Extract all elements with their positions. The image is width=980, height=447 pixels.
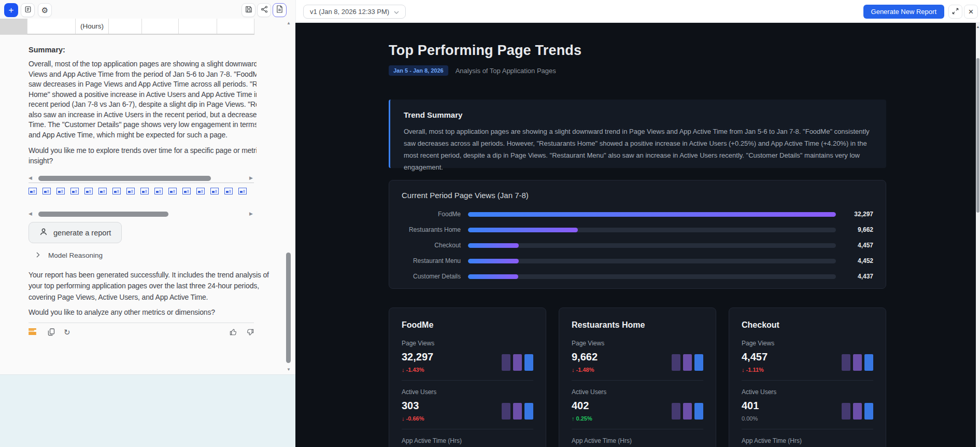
chart-thumbnail-icon[interactable] <box>154 188 163 194</box>
expand-button[interactable] <box>948 5 962 19</box>
chart-thumbnail-icon[interactable] <box>42 188 51 194</box>
summary-line: saw decreases in Page Views and App Acti… <box>29 79 257 90</box>
bar-category-label: Checkout <box>402 242 468 249</box>
thumbs-down-button[interactable] <box>246 328 254 338</box>
metric-value: 32,297 <box>402 351 433 363</box>
chart-thumbnail-icon[interactable] <box>98 188 107 194</box>
date-range-badge: Jan 5 - Jan 8, 2026 <box>389 65 448 76</box>
save-button[interactable] <box>242 3 255 17</box>
expand-icon <box>952 7 959 17</box>
scrollbar-thumb[interactable] <box>38 176 211 181</box>
metric-active-users: Active Users 303 ↓ -0.66% <box>402 380 533 429</box>
page-cards-row: FoodMe Page Views 32,297 ↓ -1.43% Active… <box>389 308 886 447</box>
settings-button[interactable]: ⚙ <box>38 3 52 17</box>
scrollbar-track[interactable] <box>34 176 247 181</box>
report-topbar: v1 (Jan 8, 2026 12:33 PM) Generate New R… <box>295 0 980 23</box>
scrollbar-thumb[interactable] <box>976 58 979 213</box>
scroll-up-icon[interactable]: ▲ <box>976 25 980 29</box>
scrollbar-thumb[interactable] <box>286 253 291 363</box>
chat-vertical-scrollbar[interactable]: ▲ ▼ <box>286 19 292 374</box>
close-report-button[interactable]: × <box>964 5 978 19</box>
chart-thumbnail-icon[interactable] <box>29 188 37 194</box>
show-table-button[interactable] <box>29 328 36 335</box>
table-icon <box>29 328 36 335</box>
metric-app-active-time: App Active Time (Hrs) 43.70 <box>742 429 873 447</box>
chart-thumbnail-icon[interactable] <box>70 188 79 194</box>
document-icon <box>276 5 283 15</box>
notes-button[interactable] <box>21 3 35 17</box>
chart-thumbnail-icon[interactable] <box>238 188 247 194</box>
copy-button[interactable] <box>48 328 55 338</box>
chart-thumbnail-icon[interactable] <box>224 188 233 194</box>
bar-track <box>468 228 836 232</box>
report-subtitle: Analysis of Top Application Pages <box>456 67 556 75</box>
scroll-down-icon[interactable]: ▼ <box>286 367 291 372</box>
user-message-generate-report[interactable]: generate a report <box>29 222 122 243</box>
chart-thumbnail-icon[interactable] <box>196 188 205 194</box>
bar-track <box>468 243 836 248</box>
metric-delta: 0.00% <box>742 415 759 422</box>
bar-chart: FoodMe 32,297 Restuarants Home 9,662 Che… <box>402 206 873 284</box>
chevron-down-icon <box>394 8 399 16</box>
scrollbar-thumb[interactable] <box>38 212 168 217</box>
scroll-left-icon[interactable]: ◀ <box>29 211 32 217</box>
gear-icon: ⚙ <box>41 6 48 15</box>
generate-new-report-button[interactable]: Generate New Report <box>863 5 944 19</box>
page-card-checkout: Checkout Page Views 4,457 ↓ -1.11% Activ… <box>729 308 886 447</box>
report-view-button[interactable] <box>273 3 287 17</box>
mini-bar-chart <box>672 353 703 371</box>
metric-delta: ↑ 0.25% <box>572 415 592 422</box>
page-card-title: Restuarants Home <box>572 320 703 330</box>
question-line: insight? <box>29 156 257 166</box>
table-cell <box>141 19 178 34</box>
metric-label: Active Users <box>572 388 703 396</box>
model-reasoning-toggle[interactable]: Model Reasoning <box>36 252 103 259</box>
bar-fill <box>468 228 578 232</box>
regenerate-button[interactable]: ↻ <box>64 328 70 336</box>
page-card-title: Checkout <box>742 320 873 330</box>
table-cell <box>178 19 217 34</box>
chart-thumbnail-icon[interactable] <box>126 188 135 194</box>
bar-category-label: Restuarants Home <box>402 226 468 233</box>
report-vertical-scrollbar[interactable]: ▲ <box>976 23 980 447</box>
metric-page-views: Page Views 9,662 ↓ -1.48% <box>572 340 703 380</box>
trend-summary-title: Trend Summary <box>404 110 873 119</box>
summary-paragraph: Overall, most of the top application pag… <box>29 59 257 140</box>
chart-thumbnail-icon[interactable] <box>140 188 149 194</box>
summary-line: Overall, most of the top application pag… <box>29 59 257 69</box>
bar-row: Restaurant Menu 4,452 <box>402 253 873 269</box>
refresh-icon: ↻ <box>64 328 70 336</box>
chart-thumbnail-icon[interactable] <box>56 188 65 194</box>
page-card-title: FoodMe <box>402 320 533 330</box>
scroll-left-icon[interactable]: ◀ <box>29 175 32 181</box>
chart-thumbnail-icon[interactable] <box>168 188 177 194</box>
chat-panel: + ⚙ (Hours) Summary: Overall, most of th… <box>0 0 295 447</box>
page-card-restuarants-home: Restuarants Home Page Views 9,662 ↓ -1.4… <box>559 308 716 447</box>
share-button[interactable] <box>257 3 271 17</box>
generate-report-label: generate a report <box>53 229 111 237</box>
bar-category-label: FoodMe <box>402 211 468 218</box>
horizontal-scrollbar[interactable]: ◀ ▶ <box>29 175 253 181</box>
bar-fill <box>468 243 519 248</box>
scroll-right-icon[interactable]: ▶ <box>249 211 253 217</box>
bar-fill <box>468 259 519 263</box>
message-line: covering Page Views, Active Users, and A… <box>29 292 257 303</box>
metric-label: App Active Time (Hrs) <box>742 437 873 444</box>
scroll-up-icon[interactable]: ▲ <box>286 21 291 25</box>
chart-thumbnail-icon[interactable] <box>210 188 219 194</box>
table-cell <box>27 19 75 34</box>
chart-thumbnail-icon[interactable] <box>84 188 93 194</box>
report-version-dropdown[interactable]: v1 (Jan 8, 2026 12:33 PM) <box>303 5 406 19</box>
bar-row: Customer Details 4,437 <box>402 269 873 284</box>
scroll-right-icon[interactable]: ▶ <box>249 175 253 181</box>
metric-page-views: Page Views 32,297 ↓ -1.43% <box>402 340 533 380</box>
chart-thumbnail-icon[interactable] <box>182 188 191 194</box>
scrollbar-track[interactable] <box>34 212 247 217</box>
metric-value: 402 <box>572 400 592 412</box>
chart-thumbnail-icon[interactable] <box>112 188 121 194</box>
bar-value: 4,452 <box>844 257 873 264</box>
thumbs-up-button[interactable] <box>230 328 237 338</box>
horizontal-scrollbar[interactable]: ◀ ▶ <box>29 211 253 217</box>
new-chat-button[interactable]: + <box>4 3 18 17</box>
metric-active-users: Active Users 401 0.00% <box>742 380 873 429</box>
